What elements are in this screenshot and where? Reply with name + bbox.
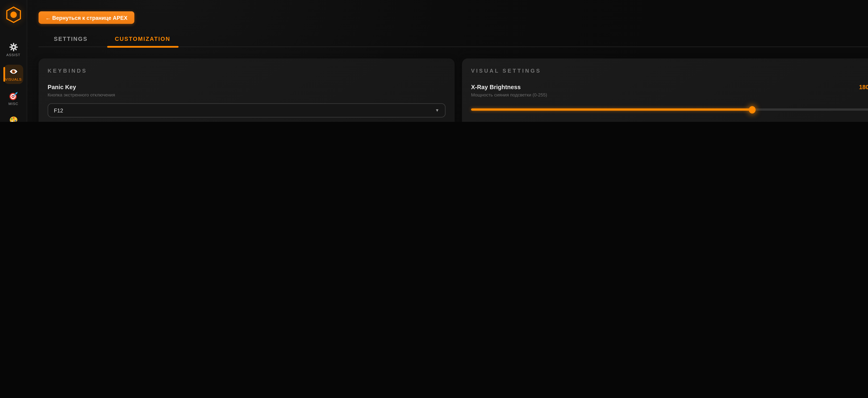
back-to-apex-button[interactable]: ← Вернуться к странице APEX [38,11,134,24]
sidebar-item-label: MISC [8,102,18,106]
gear-icon [9,42,18,52]
xray-brightness-slider[interactable] [471,106,868,113]
sidebar-nav: ASSIST VISUALS [4,40,23,122]
app-window: ASSIST VISUALS [0,0,868,122]
tab-settings[interactable]: SETTINGS [46,32,95,47]
panic-key-label: Panic Key [48,83,445,90]
panic-key-value: F12 [54,107,63,113]
xray-brightness-description: Мощность сияния подсветки (0-255) [471,92,868,97]
panic-key-select[interactable]: F12 ▼ [48,103,445,117]
sidebar-item-label: ASSIST [6,53,20,57]
xray-brightness-label: X-Ray Brightness [471,83,521,90]
sidebar-item-misc[interactable]: MISC [4,89,23,109]
xray-brightness-value: 180 [859,83,868,90]
slider-fill [471,108,752,111]
sidebar-item-colors[interactable]: COLORS [4,113,23,122]
keybinds-section-title: KEYBINDS [48,67,445,74]
visual-settings-panel: VISUAL SETTINGS X-Ray Brightness 180 Мощ… [462,58,868,122]
panels-row: KEYBINDS Panic Key Кнопка экстренного от… [38,58,868,122]
slider-thumb[interactable] [749,106,755,113]
chevron-down-icon: ▼ [435,108,439,113]
app-logo-hexagon-icon [5,6,21,23]
keybinds-panel: KEYBINDS Panic Key Кнопка экстренного от… [38,58,455,122]
sidebar-item-label: VISUALS [5,77,22,81]
tab-bar: SETTINGS CUSTOMIZATION [38,32,868,47]
sidebar: ASSIST VISUALS [0,0,27,122]
visual-section-title: VISUAL SETTINGS [471,67,868,74]
panic-key-description: Кнопка экстренного отключения [48,92,445,97]
tab-customization[interactable]: CUSTOMIZATION [107,32,178,47]
sidebar-item-visuals[interactable]: VISUALS [4,65,23,84]
palette-icon [9,116,18,122]
xray-brightness-group: X-Ray Brightness 180 Мощность сияния под… [471,83,868,113]
main-content: ← Вернуться к странице APEX SETTINGS CUS… [27,0,868,122]
eye-icon [9,67,18,76]
sidebar-item-assist[interactable]: ASSIST [4,40,23,60]
target-icon [9,91,18,101]
panic-key-group: Panic Key Кнопка экстренного отключения … [48,83,445,117]
